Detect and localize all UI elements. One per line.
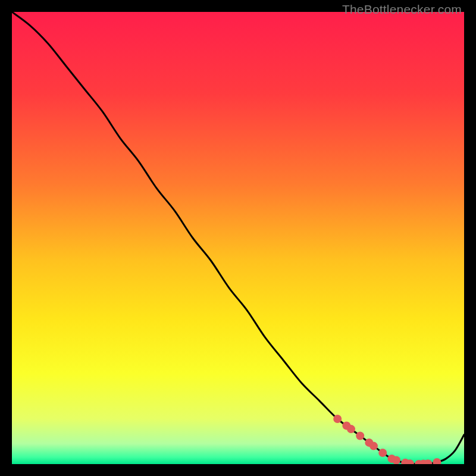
data-marker — [378, 449, 387, 457]
gradient-background — [12, 12, 464, 464]
data-marker — [347, 425, 355, 433]
data-marker — [333, 415, 342, 423]
watermark-text: TheBottlenecker.com — [342, 2, 462, 17]
plot-area — [12, 12, 464, 464]
data-marker — [356, 432, 364, 440]
chart-stage: TheBottlenecker.com — [0, 0, 476, 476]
data-marker — [392, 456, 400, 464]
plot-svg — [12, 12, 464, 464]
data-marker — [369, 442, 378, 450]
